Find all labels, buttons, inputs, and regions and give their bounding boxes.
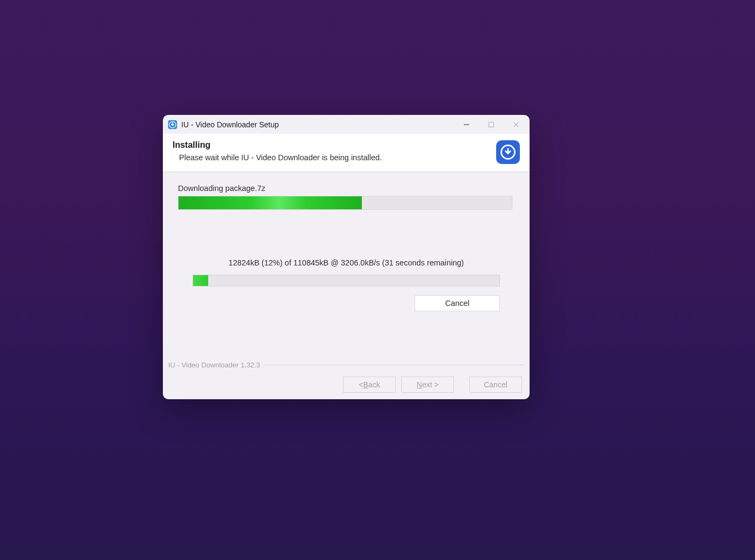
task-label: Downloading package.7z	[178, 184, 514, 193]
titlebar[interactable]: IU - Video Downloader Setup	[163, 115, 530, 134]
page-title: Installing	[173, 140, 491, 150]
wizard-cancel-button: Cancel	[469, 377, 522, 393]
svg-rect-3	[489, 122, 494, 127]
back-button: < Back	[343, 377, 396, 393]
close-button	[504, 116, 528, 133]
page-subtitle: Please wait while IU - Video Downloader …	[173, 153, 491, 162]
overall-progress-bar	[178, 196, 512, 210]
maximize-button	[479, 116, 504, 133]
product-version: IU - Video Downloader 1.32.3	[168, 361, 263, 369]
download-icon	[496, 140, 520, 164]
installer-window: IU - Video Downloader Setup Installing P…	[163, 115, 530, 399]
minimize-button[interactable]	[454, 116, 479, 133]
app-icon	[167, 119, 178, 130]
download-cancel-button[interactable]: Cancel	[415, 295, 500, 311]
next-button: Next >	[401, 377, 454, 393]
download-progress-fill	[193, 275, 208, 286]
window-controls	[454, 116, 528, 133]
download-stats: 12824kB (12%) of 110845kB @ 3206.0kB/s (…	[178, 258, 514, 267]
window-title: IU - Video Downloader Setup	[181, 120, 454, 129]
overall-progress-fill	[179, 196, 362, 209]
header-panel: Installing Please wait while IU - Video …	[163, 134, 530, 172]
wizard-buttons: < Back Next > Cancel	[343, 377, 522, 393]
download-progress-bar	[193, 275, 500, 286]
footer-divider: IU - Video Downloader 1.32.3	[168, 361, 524, 369]
